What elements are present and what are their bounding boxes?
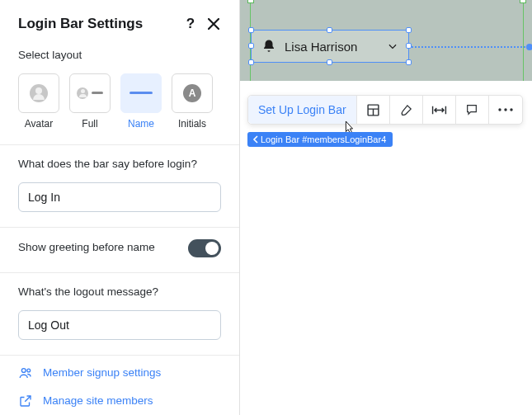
greeting-label: Show greeting before name xyxy=(18,240,155,256)
svg-point-0 xyxy=(21,368,26,372)
layout-icon xyxy=(366,103,380,117)
layout-button[interactable] xyxy=(357,96,390,124)
comment-button[interactable] xyxy=(456,96,489,124)
widget-user-name: Lisa Harrison xyxy=(285,40,357,54)
more-icon xyxy=(498,107,513,112)
more-button[interactable] xyxy=(489,96,522,124)
layout-option-full[interactable]: Full xyxy=(69,73,111,130)
logout-section: What's the logout message? xyxy=(0,272,239,355)
users-icon xyxy=(18,365,33,380)
setup-login-bar-button[interactable]: Set Up Login Bar xyxy=(248,96,357,124)
initials-icon: A xyxy=(183,84,201,102)
settings-panel: Login Bar Settings ? Select layout Avata… xyxy=(0,0,240,415)
panel-header: Login Bar Settings ? xyxy=(0,0,239,41)
signup-link-row[interactable]: Member signup settings xyxy=(0,355,239,390)
layout-label: Select layout xyxy=(18,48,221,64)
chevron-down-icon xyxy=(387,40,398,52)
resize-handle[interactable] xyxy=(406,59,412,65)
svg-point-3 xyxy=(498,108,501,111)
comment-icon xyxy=(465,103,478,116)
resize-handle[interactable] xyxy=(248,27,254,33)
stretch-button[interactable] xyxy=(423,96,456,124)
panel-title: Login Bar Settings xyxy=(18,16,177,32)
avatar-icon xyxy=(30,84,48,102)
layout-option-name[interactable]: Name xyxy=(120,73,162,130)
svg-point-1 xyxy=(27,369,31,372)
external-link-icon xyxy=(18,394,33,408)
before-login-input[interactable] xyxy=(18,182,221,212)
manage-link[interactable]: Manage site members xyxy=(43,394,153,407)
greeting-toggle[interactable] xyxy=(188,239,221,257)
resize-handle[interactable] xyxy=(248,59,254,65)
signup-link[interactable]: Member signup settings xyxy=(43,366,161,379)
logout-input[interactable] xyxy=(18,310,221,340)
help-icon[interactable]: ? xyxy=(181,15,200,33)
element-tag-label: Login Bar #membersLoginBar4 xyxy=(261,134,386,144)
svg-point-4 xyxy=(504,108,506,111)
layout-option-avatar[interactable]: Avatar xyxy=(18,73,59,130)
alignment-guide xyxy=(409,46,532,48)
element-tag[interactable]: Login Bar #membersLoginBar4 xyxy=(247,132,393,147)
close-icon[interactable] xyxy=(205,15,223,33)
design-button[interactable] xyxy=(390,96,423,124)
resize-handle[interactable] xyxy=(327,59,332,65)
manage-link-row[interactable]: Manage site members xyxy=(0,390,239,415)
brush-icon xyxy=(399,103,413,117)
resize-handle[interactable] xyxy=(248,43,254,49)
resize-handle[interactable] xyxy=(406,27,412,33)
bell-icon xyxy=(261,39,276,54)
before-login-section: What does the bar say before login? xyxy=(0,144,239,227)
greeting-section: Show greeting before name xyxy=(0,227,239,272)
logout-label: What's the logout message? xyxy=(18,285,221,300)
resize-handle[interactable] xyxy=(327,27,332,33)
stretch-icon xyxy=(431,103,447,117)
svg-point-5 xyxy=(510,108,512,111)
canvas[interactable]: Lisa Harrison Set Up Login Bar xyxy=(240,0,532,415)
login-bar-widget[interactable]: Lisa Harrison xyxy=(251,30,409,63)
resize-handle[interactable] xyxy=(406,43,412,49)
floating-toolbar: Set Up Login Bar xyxy=(247,95,523,125)
layout-section: Select layout Avatar Full Name A Initial… xyxy=(0,41,239,144)
avatar-icon xyxy=(77,87,88,99)
before-login-label: What does the bar say before login? xyxy=(18,157,221,172)
layout-option-initials[interactable]: A Initials xyxy=(172,73,213,130)
layout-options: Avatar Full Name A Initials xyxy=(18,73,221,130)
chevron-left-icon xyxy=(252,135,259,144)
